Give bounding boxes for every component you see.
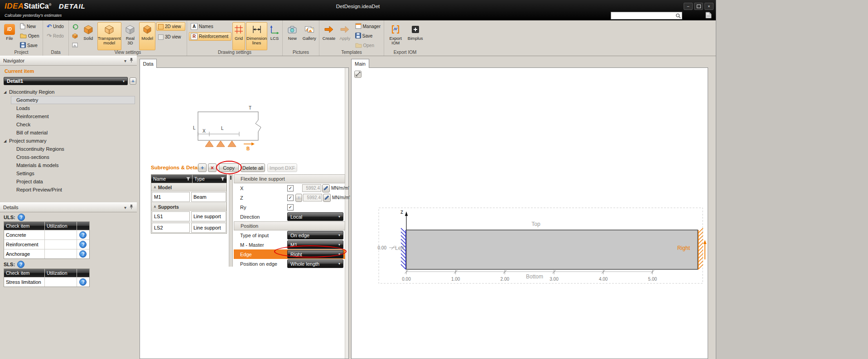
table-row-reinforcement[interactable]: Reinforcement ? bbox=[4, 240, 89, 249]
create-template-button[interactable]: Create bbox=[321, 22, 337, 50]
master-select[interactable]: M1 ▾ bbox=[287, 240, 343, 249]
2d-view-button[interactable]: 2D view bbox=[156, 22, 185, 31]
delete-all-button[interactable]: Delete all bbox=[241, 163, 265, 172]
zoom-fit-button[interactable] bbox=[354, 71, 362, 78]
new-picture-button[interactable]: New bbox=[285, 22, 300, 50]
filter-icon[interactable] bbox=[186, 176, 190, 182]
table-group-model[interactable]: ∧ Model bbox=[151, 183, 227, 191]
ry-checkbox[interactable]: ✓ bbox=[287, 204, 294, 211]
tree-item-reinforcement[interactable]: Reinforcement bbox=[11, 112, 135, 120]
filter-icon[interactable] bbox=[221, 176, 225, 182]
minimize-button[interactable]: – bbox=[684, 3, 693, 10]
expander-icon[interactable]: ◢ bbox=[4, 90, 9, 94]
table-row-ls2[interactable]: LS2 Line support bbox=[151, 222, 227, 233]
search-icon[interactable] bbox=[675, 13, 681, 19]
help-icon[interactable]: ? bbox=[79, 278, 87, 286]
tree-item-discontinuity-region[interactable]: ◢ Discontinuity Region bbox=[0, 88, 137, 96]
direction-select[interactable]: Local ▾ bbox=[287, 212, 343, 221]
help-icon[interactable]: ? bbox=[79, 250, 87, 258]
main-canvas-panel[interactable] bbox=[351, 67, 708, 359]
column-header-name[interactable]: Name bbox=[151, 175, 192, 183]
solid-button[interactable]: Solid bbox=[80, 22, 96, 50]
x-stiffness-checkbox[interactable]: ✓ bbox=[287, 185, 294, 191]
column-header-type[interactable]: Type bbox=[193, 175, 227, 183]
add-item-button[interactable]: + bbox=[198, 163, 207, 172]
names-toggle-button[interactable]: A Names bbox=[189, 22, 231, 31]
axonometry-view-icon[interactable] bbox=[71, 32, 79, 40]
close-button[interactable]: × bbox=[704, 3, 714, 10]
help-icon[interactable]: ? bbox=[18, 214, 25, 221]
tree-item-bill-of-material[interactable]: Bill of material bbox=[11, 129, 135, 137]
copy-button[interactable]: Copy bbox=[219, 163, 239, 172]
save-project-button[interactable]: Save bbox=[18, 41, 41, 50]
tree-item-discontinuity-regions[interactable]: Discontinuity Regions bbox=[11, 145, 135, 153]
maximize-button[interactable] bbox=[694, 3, 703, 10]
dimension-lines-button[interactable]: Dimension lines bbox=[246, 22, 267, 50]
import-dxf-button[interactable]: Import DXF bbox=[267, 163, 297, 172]
undo-button[interactable]: ↶ Undo bbox=[45, 22, 66, 31]
bimplus-button[interactable]: Bimplus bbox=[406, 22, 424, 50]
search-input[interactable] bbox=[611, 13, 675, 19]
clipboard-image-icon[interactable] bbox=[71, 41, 79, 50]
add-detail-button[interactable]: + bbox=[130, 77, 136, 85]
tree-item-project-data[interactable]: Project data bbox=[11, 177, 135, 186]
undo-icon: ↶ bbox=[47, 23, 52, 30]
table-row-anchorage[interactable]: Anchorage ? bbox=[4, 249, 89, 258]
template-open-button[interactable]: Open bbox=[353, 41, 382, 50]
transparent-model-button[interactable]: Transparent model bbox=[97, 22, 121, 50]
help-icon[interactable]: ? bbox=[79, 231, 87, 239]
type-of-input-select[interactable]: On edge ▾ bbox=[287, 231, 343, 239]
tree-item-loads[interactable]: Loads bbox=[11, 104, 135, 112]
edge-select[interactable]: Right ▾ bbox=[287, 250, 343, 258]
lcs-button[interactable]: LCS bbox=[268, 22, 281, 50]
help-icon[interactable]: ? bbox=[17, 261, 24, 268]
tree-item-cross-sections[interactable]: Cross-sections bbox=[11, 153, 135, 161]
open-project-button[interactable]: Open bbox=[18, 32, 41, 40]
table-row-stress-limitation[interactable]: Stress limitation ? bbox=[4, 278, 89, 287]
3d-view-button[interactable]: 3D view bbox=[156, 33, 185, 41]
redo-button[interactable]: ↷ Redo bbox=[45, 32, 66, 40]
apply-template-button[interactable]: Apply bbox=[338, 22, 352, 50]
edit-pencil-button[interactable] bbox=[322, 184, 330, 192]
edit-pencil-button[interactable] bbox=[323, 194, 331, 202]
model-button[interactable]: Model bbox=[139, 22, 155, 50]
feedback-icon[interactable] bbox=[705, 11, 712, 19]
template-save-button[interactable]: Save bbox=[353, 32, 382, 40]
table-group-supports[interactable]: ∧ Supports bbox=[151, 203, 227, 211]
pin-icon[interactable] bbox=[129, 204, 134, 211]
2d-view-icon bbox=[158, 24, 164, 29]
nonlinear-up-button[interactable]: ↑ bbox=[295, 194, 302, 202]
tab-main[interactable]: Main bbox=[351, 59, 369, 68]
table-row-m1[interactable]: M1 Beam bbox=[151, 191, 227, 202]
z-stiffness-checkbox[interactable]: ✓ bbox=[287, 195, 294, 201]
pin-icon[interactable] bbox=[129, 57, 134, 64]
expander-icon[interactable]: ◢ bbox=[4, 139, 9, 143]
real-3d-button[interactable]: Real 3D bbox=[122, 22, 139, 50]
splitter-handle[interactable] bbox=[229, 174, 233, 267]
current-item-select[interactable]: Detail1 ▾ bbox=[4, 77, 128, 85]
tree-item-settings[interactable]: Settings bbox=[11, 169, 135, 177]
help-icon[interactable]: ? bbox=[79, 241, 87, 248]
collapse-panel-icon[interactable]: ▾ bbox=[124, 205, 126, 210]
tree-item-geometry[interactable]: Geometry bbox=[11, 96, 135, 104]
file-button[interactable]: ID File bbox=[2, 22, 17, 50]
template-manager-button[interactable]: Manager bbox=[353, 22, 382, 31]
position-on-edge-select[interactable]: Whole length ▾ bbox=[287, 259, 343, 268]
gallery-button[interactable]: Gallery bbox=[301, 22, 318, 50]
reinforcement-toggle-button[interactable]: R Reinforcement bbox=[189, 32, 231, 41]
tree-item-check[interactable]: Check bbox=[11, 120, 135, 129]
grid-button[interactable]: Grid bbox=[232, 22, 245, 50]
delete-item-button[interactable]: × bbox=[208, 163, 217, 172]
collapse-panel-icon[interactable]: ▾ bbox=[124, 58, 126, 63]
export-iom-button[interactable]: Export IOM bbox=[386, 22, 405, 50]
table-row-concrete[interactable]: Concrete ? bbox=[4, 230, 89, 239]
tree-item-project-summary[interactable]: ◢ Project summary bbox=[0, 137, 137, 145]
tab-data[interactable]: Data bbox=[140, 59, 157, 68]
data-panel-scrollbar[interactable] bbox=[345, 68, 348, 359]
tree-item-materials-models[interactable]: Materials & models bbox=[11, 161, 135, 169]
table-row-ls1[interactable]: LS1 Line support bbox=[151, 211, 227, 222]
tree-item-report-preview-print[interactable]: Report Preview/Print bbox=[11, 186, 135, 194]
new-project-button[interactable]: New bbox=[18, 22, 41, 31]
chevron-down-icon: ▾ bbox=[338, 262, 340, 266]
redraw-view-icon[interactable] bbox=[71, 22, 79, 31]
